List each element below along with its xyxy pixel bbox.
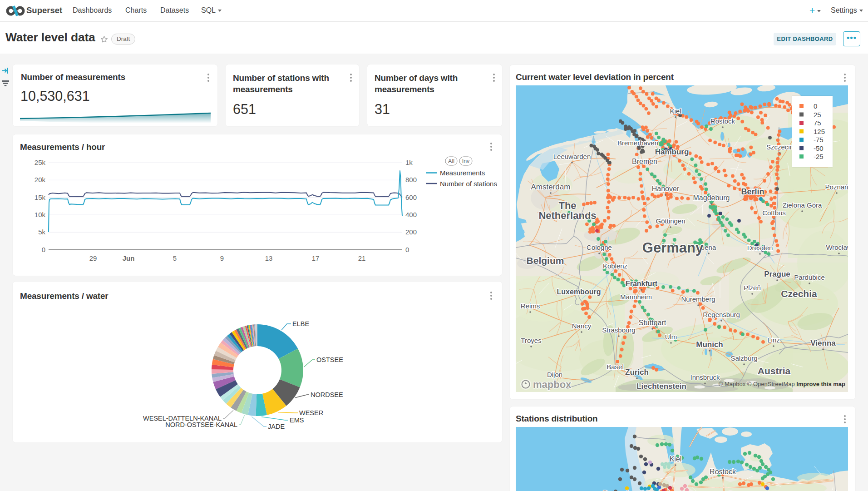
svg-text:Linz: Linz bbox=[767, 336, 780, 344]
svg-text:Dijon: Dijon bbox=[547, 371, 562, 378]
svg-text:Salzburg: Salzburg bbox=[730, 354, 757, 362]
svg-text:17: 17 bbox=[312, 254, 320, 262]
svg-text:Mannheim: Mannheim bbox=[620, 293, 652, 301]
svg-text:Czechia: Czechia bbox=[781, 288, 817, 299]
svg-text:15k: 15k bbox=[35, 193, 46, 201]
svg-text:Number of stations: Number of stations bbox=[440, 180, 497, 188]
svg-text:1k: 1k bbox=[405, 159, 413, 166]
svg-text:Cologne: Cologne bbox=[587, 243, 612, 251]
svg-text:Jena: Jena bbox=[701, 243, 716, 251]
svg-text:Rostock: Rostock bbox=[710, 117, 735, 125]
svg-text:Koblenz: Koblenz bbox=[603, 262, 627, 270]
svg-text:Prague: Prague bbox=[764, 270, 790, 278]
svg-text:Amsterdam: Amsterdam bbox=[531, 183, 571, 191]
svg-text:25: 25 bbox=[814, 111, 821, 119]
svg-text:OSTSEE: OSTSEE bbox=[316, 356, 343, 363]
svg-text:Poznań: Poznań bbox=[825, 183, 848, 191]
svg-text:Regensburg: Regensburg bbox=[703, 311, 740, 318]
svg-text:Plzeň: Plzeň bbox=[744, 284, 761, 292]
svg-text:75: 75 bbox=[814, 119, 821, 127]
svg-text:-50: -50 bbox=[814, 144, 824, 152]
svg-text:9: 9 bbox=[220, 254, 224, 262]
svg-text:EMS: EMS bbox=[290, 417, 304, 424]
svg-text:Innsbruck: Innsbruck bbox=[690, 373, 720, 381]
svg-text:Basel: Basel bbox=[607, 363, 624, 371]
svg-text:Berlin: Berlin bbox=[741, 187, 764, 196]
svg-text:Kiel: Kiel bbox=[670, 107, 681, 115]
svg-text:WESEL-DATTELN-KANAL: WESEL-DATTELN-KANAL bbox=[143, 415, 222, 422]
svg-text:400: 400 bbox=[405, 211, 417, 218]
svg-text:Nuremberg: Nuremberg bbox=[681, 295, 715, 303]
svg-text:Hanover: Hanover bbox=[652, 185, 680, 193]
svg-text:Ulm: Ulm bbox=[665, 333, 677, 341]
svg-text:Vienna: Vienna bbox=[810, 339, 836, 347]
svg-text:NORD-OSTSEE-KANAL: NORD-OSTSEE-KANAL bbox=[165, 421, 237, 428]
svg-text:0: 0 bbox=[814, 102, 817, 110]
svg-text:200: 200 bbox=[405, 228, 417, 236]
svg-text:Troyes: Troyes bbox=[521, 337, 541, 344]
svg-text:0: 0 bbox=[42, 246, 45, 253]
svg-text:Reims: Reims bbox=[521, 302, 540, 310]
svg-text:Inv: Inv bbox=[462, 158, 470, 164]
svg-text:Zielona Góra: Zielona Góra bbox=[783, 201, 822, 209]
svg-text:Leeuwarden: Leeuwarden bbox=[553, 153, 591, 160]
svg-text:21: 21 bbox=[358, 254, 366, 262]
svg-text:29: 29 bbox=[89, 254, 97, 262]
svg-text:Bremen: Bremen bbox=[632, 158, 657, 165]
svg-text:Jun: Jun bbox=[123, 254, 135, 262]
svg-text:20k: 20k bbox=[35, 176, 46, 184]
svg-text:Austria: Austria bbox=[758, 366, 791, 376]
svg-text:Measurements: Measurements bbox=[440, 169, 485, 177]
svg-text:13: 13 bbox=[265, 254, 273, 262]
svg-text:Munich: Munich bbox=[696, 340, 723, 349]
svg-text:600: 600 bbox=[405, 193, 417, 201]
svg-text:Germany: Germany bbox=[642, 240, 704, 256]
svg-text:Kiel: Kiel bbox=[670, 455, 682, 463]
svg-text:Wrocław: Wrocław bbox=[826, 243, 848, 251]
svg-text:Belgium: Belgium bbox=[527, 255, 564, 266]
svg-text:Liechtenstein: Liechtenstein bbox=[636, 382, 686, 391]
svg-text:Stuttgart: Stuttgart bbox=[639, 319, 666, 327]
svg-text:Bremerhaven: Bremerhaven bbox=[617, 139, 658, 147]
svg-text:All: All bbox=[448, 158, 454, 164]
svg-text:Dresden: Dresden bbox=[747, 244, 773, 252]
svg-text:Cottbus: Cottbus bbox=[762, 209, 786, 217]
svg-text:NORDSEE: NORDSEE bbox=[311, 391, 343, 398]
svg-text:Luxembourg: Luxembourg bbox=[557, 288, 601, 296]
svg-text:Netherlands: Netherlands bbox=[538, 210, 596, 221]
svg-text:Nancy: Nancy bbox=[572, 322, 592, 330]
svg-text:mapbox: mapbox bbox=[533, 379, 572, 390]
svg-text:Pardubice: Pardubice bbox=[794, 273, 825, 281]
svg-text:Magdeburg: Magdeburg bbox=[693, 194, 730, 202]
svg-text:-25: -25 bbox=[814, 153, 824, 160]
svg-text:JADE: JADE bbox=[268, 423, 285, 430]
svg-text:Szczecin: Szczecin bbox=[766, 143, 794, 151]
svg-text:25k: 25k bbox=[35, 159, 46, 166]
svg-text:125: 125 bbox=[814, 128, 825, 135]
svg-text:5: 5 bbox=[173, 254, 177, 262]
svg-text:Frankfurt: Frankfurt bbox=[626, 280, 658, 288]
svg-text:WESER: WESER bbox=[299, 409, 323, 417]
svg-text:Hamburg: Hamburg bbox=[655, 148, 689, 156]
svg-text:Rostock: Rostock bbox=[710, 468, 736, 476]
svg-text:Göttingen: Göttingen bbox=[656, 217, 685, 225]
svg-text:Strasbourg: Strasbourg bbox=[602, 326, 635, 334]
svg-text:5k: 5k bbox=[38, 228, 45, 236]
svg-text:-75: -75 bbox=[814, 136, 824, 144]
svg-text:ELBE: ELBE bbox=[292, 320, 309, 327]
svg-text:Zurich: Zurich bbox=[625, 368, 649, 377]
svg-text:0: 0 bbox=[405, 246, 409, 253]
svg-text:10k: 10k bbox=[35, 211, 46, 218]
svg-text:800: 800 bbox=[405, 176, 417, 184]
